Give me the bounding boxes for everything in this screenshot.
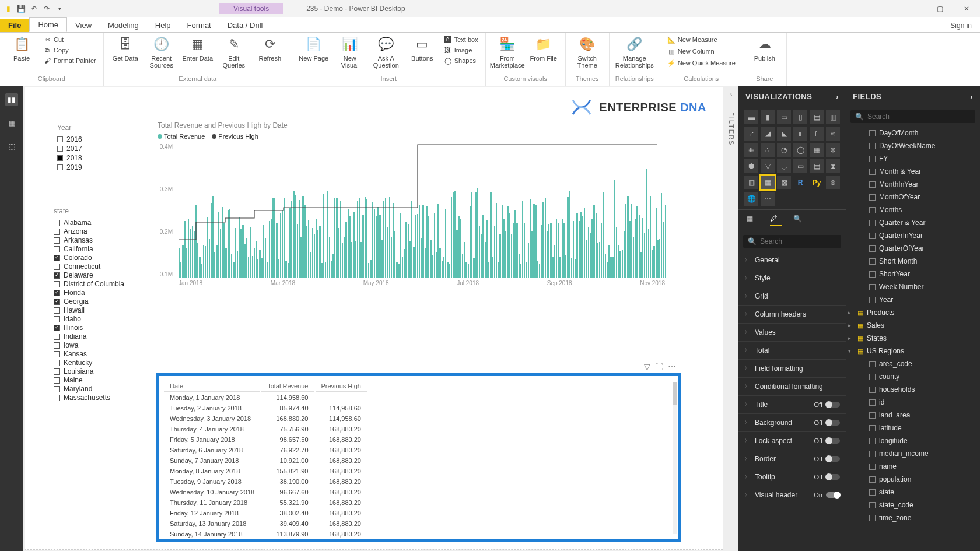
line-chart-icon[interactable]: ⩘ <box>744 127 758 141</box>
field-item[interactable]: households <box>846 383 980 396</box>
toggle-switch[interactable]: On <box>814 492 840 499</box>
buttons-button[interactable]: ▭Buttons <box>407 35 438 62</box>
state-option[interactable]: Arkansas <box>54 236 147 244</box>
field-item[interactable]: ShortYear <box>846 268 980 280</box>
field-item[interactable]: DayOfWeekName <box>846 139 980 152</box>
from-marketplace-button[interactable]: 🏪From Marketplace <box>492 35 523 69</box>
kpi-icon[interactable]: ⧗ <box>826 159 840 173</box>
field-item[interactable]: Quarter & Year <box>846 216 980 229</box>
card-icon[interactable]: ▭ <box>793 159 807 173</box>
field-table[interactable]: ▾▦US Regions <box>846 345 980 357</box>
tab-data-drill[interactable]: Data / Drill <box>219 19 271 32</box>
checkbox-icon[interactable] <box>54 281 60 287</box>
expand-fields-chevron-icon[interactable]: › <box>970 92 973 101</box>
focus-mode-icon[interactable]: ⛶ <box>655 362 663 371</box>
field-item[interactable]: Short Month <box>846 255 980 268</box>
field-table[interactable]: ▸▦Sales <box>846 319 980 332</box>
data-view-icon[interactable]: ▦ <box>5 117 18 129</box>
recent-sources-button[interactable]: 🕘Recent Sources <box>146 35 177 69</box>
field-item[interactable]: time_zone <box>846 511 980 524</box>
filters-tab[interactable]: FILTERS <box>727 101 736 156</box>
field-checkbox[interactable] <box>869 130 876 136</box>
checkbox-icon[interactable] <box>54 360 60 366</box>
checkbox-icon[interactable] <box>54 351 60 357</box>
tab-home[interactable]: Home <box>29 17 67 32</box>
checkbox-icon[interactable] <box>54 342 60 349</box>
format-section[interactable]: 〉Column headers <box>738 306 846 324</box>
state-option[interactable]: Maryland <box>54 385 147 393</box>
table-visual-icon[interactable]: ▦ <box>761 176 775 189</box>
waterfall-icon[interactable]: ⩩ <box>744 143 758 157</box>
donut-icon[interactable]: ◯ <box>793 143 807 157</box>
multi-card-icon[interactable]: ▤ <box>810 159 824 173</box>
more-options-icon[interactable]: ⋯ <box>668 362 676 371</box>
field-item[interactable]: Year <box>846 293 980 306</box>
checkbox-icon[interactable] <box>54 386 60 392</box>
field-item[interactable]: Month & Year <box>846 165 980 178</box>
checkbox-icon[interactable] <box>54 290 60 296</box>
field-checkbox[interactable] <box>869 387 876 393</box>
field-checkbox[interactable] <box>869 233 876 239</box>
table-row[interactable]: Saturday, 13 January 201839,409.40168,88… <box>164 519 367 528</box>
line-column-icon[interactable]: ⫾ <box>793 127 807 141</box>
new-column-button[interactable]: ▥New Column <box>666 47 737 56</box>
100-stacked-bar-icon[interactable]: ▤ <box>810 110 824 124</box>
analytics-icon[interactable]: 🔍 <box>793 215 805 226</box>
checkbox-icon[interactable] <box>54 264 60 270</box>
state-option[interactable]: Idaho <box>54 315 147 323</box>
checkbox-icon[interactable] <box>57 164 63 170</box>
fields-search[interactable]: 🔍 <box>850 110 975 123</box>
toggle-switch[interactable]: Off <box>814 455 840 462</box>
tab-help[interactable]: Help <box>147 19 179 32</box>
checkbox-icon[interactable] <box>54 299 60 305</box>
field-checkbox[interactable] <box>869 438 876 444</box>
toggle-switch[interactable]: Off <box>814 437 840 444</box>
field-checkbox[interactable] <box>869 194 876 201</box>
format-section[interactable]: 〉Values <box>738 324 846 342</box>
format-section[interactable]: 〉Field formatting <box>738 360 846 378</box>
tab-modeling[interactable]: Modeling <box>100 19 147 32</box>
field-checkbox[interactable] <box>869 489 876 496</box>
field-item[interactable]: Months <box>846 203 980 216</box>
field-item[interactable]: area_code <box>846 357 980 370</box>
100-stacked-column-icon[interactable]: ▥ <box>826 110 840 124</box>
close-button[interactable]: ✕ <box>953 0 980 17</box>
table-row[interactable]: Monday, 8 January 2018155,821.90168,880.… <box>164 466 367 476</box>
state-slicer[interactable]: state AlabamaArizonaArkansasCaliforniaCo… <box>54 207 147 402</box>
r-visual-icon[interactable]: R <box>793 176 807 189</box>
new-visual-button[interactable]: 📊New Visual <box>334 35 366 69</box>
field-checkbox[interactable] <box>869 284 876 290</box>
ribbon-chart-icon[interactable]: ≋ <box>826 127 840 141</box>
checkbox-icon[interactable] <box>54 307 60 314</box>
state-option[interactable]: Maine <box>54 376 147 384</box>
copy-button[interactable]: ⧉Copy <box>42 45 97 55</box>
stacked-column-icon[interactable]: ▮ <box>761 110 775 124</box>
sign-in-link[interactable]: Sign in <box>942 19 980 32</box>
field-checkbox[interactable] <box>869 156 876 162</box>
publish-button[interactable]: ☁Publish <box>749 35 780 62</box>
state-option[interactable]: Arizona <box>54 227 147 236</box>
field-checkbox[interactable] <box>869 297 876 303</box>
field-checkbox[interactable] <box>869 181 876 188</box>
checkbox-icon[interactable] <box>54 237 60 244</box>
edit-queries-button[interactable]: ✎Edit Queries <box>218 35 250 69</box>
field-item[interactable]: MonthInYear <box>846 178 980 191</box>
state-option[interactable]: Hawaii <box>54 306 147 314</box>
table-row[interactable]: Tuesday, 9 January 201838,190.00168,880.… <box>164 477 367 486</box>
state-option[interactable]: Colorado <box>54 254 147 262</box>
field-checkbox[interactable] <box>869 169 876 175</box>
tab-file[interactable]: File <box>0 19 29 32</box>
field-item[interactable]: state <box>846 486 980 499</box>
format-roller-icon[interactable]: 🖍 <box>770 215 782 226</box>
checkbox-icon[interactable] <box>54 325 60 331</box>
format-section[interactable]: 〉TooltipOff <box>738 468 846 486</box>
clustered-bar-icon[interactable]: ▭ <box>777 110 791 124</box>
format-section[interactable]: 〉Conditional formatting <box>738 378 846 396</box>
field-checkbox[interactable] <box>869 143 876 149</box>
field-table[interactable]: ▸▦States <box>846 332 980 345</box>
table-row[interactable]: Thursday, 11 January 201855,321.90168,88… <box>164 498 367 507</box>
checkbox-icon[interactable] <box>54 316 60 322</box>
checkbox-icon[interactable] <box>54 368 60 375</box>
format-section[interactable]: 〉Visual headerOn <box>738 486 846 504</box>
revenue-chart[interactable]: Total Revenue and Previous High by Date … <box>158 121 665 337</box>
